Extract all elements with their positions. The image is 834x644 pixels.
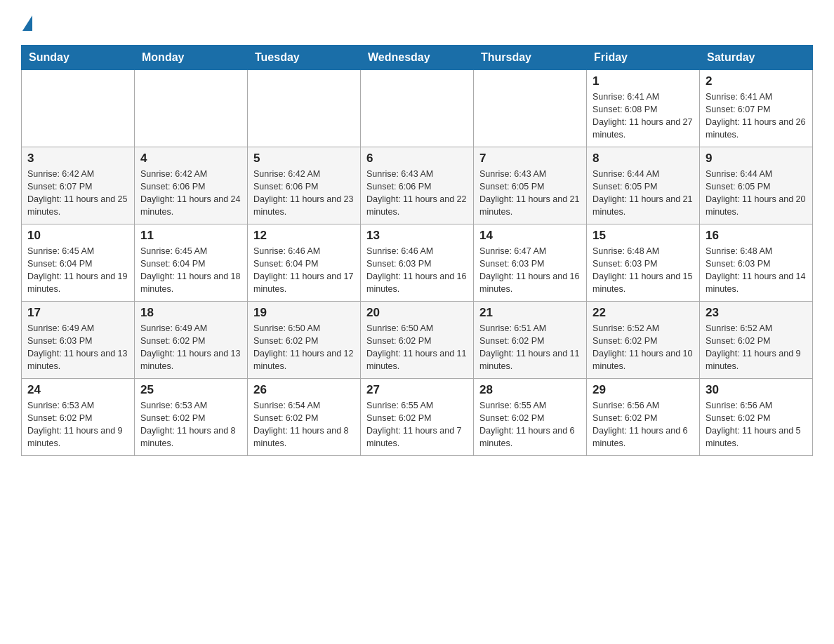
calendar-cell: 13Sunrise: 6:46 AM Sunset: 6:03 PM Dayli… xyxy=(361,224,474,302)
day-info: Sunrise: 6:52 AM Sunset: 6:02 PM Dayligh… xyxy=(706,322,807,373)
day-number: 11 xyxy=(140,229,241,243)
day-info: Sunrise: 6:46 AM Sunset: 6:04 PM Dayligh… xyxy=(253,245,355,296)
calendar-cell: 21Sunrise: 6:51 AM Sunset: 6:02 PM Dayli… xyxy=(474,302,587,379)
day-info: Sunrise: 6:53 AM Sunset: 6:02 PM Dayligh… xyxy=(27,399,128,450)
day-number: 30 xyxy=(706,383,807,397)
calendar-cell: 30Sunrise: 6:56 AM Sunset: 6:02 PM Dayli… xyxy=(700,379,813,456)
day-info: Sunrise: 6:49 AM Sunset: 6:02 PM Dayligh… xyxy=(140,322,241,373)
day-number: 10 xyxy=(27,229,128,243)
day-info: Sunrise: 6:48 AM Sunset: 6:03 PM Dayligh… xyxy=(706,245,807,296)
day-info: Sunrise: 6:56 AM Sunset: 6:02 PM Dayligh… xyxy=(593,399,694,450)
calendar-cell: 3Sunrise: 6:42 AM Sunset: 6:07 PM Daylig… xyxy=(22,147,135,224)
day-number: 14 xyxy=(479,229,581,243)
calendar-cell: 15Sunrise: 6:48 AM Sunset: 6:03 PM Dayli… xyxy=(587,224,700,302)
calendar-cell: 1Sunrise: 6:41 AM Sunset: 6:08 PM Daylig… xyxy=(587,70,700,147)
day-info: Sunrise: 6:52 AM Sunset: 6:02 PM Dayligh… xyxy=(593,322,694,373)
weekday-header-sunday: Sunday xyxy=(22,46,135,70)
day-info: Sunrise: 6:55 AM Sunset: 6:02 PM Dayligh… xyxy=(366,399,468,450)
calendar-cell: 7Sunrise: 6:43 AM Sunset: 6:05 PM Daylig… xyxy=(474,147,587,224)
calendar-table: SundayMondayTuesdayWednesdayThursdayFrid… xyxy=(21,45,813,456)
calendar-cell: 10Sunrise: 6:45 AM Sunset: 6:04 PM Dayli… xyxy=(22,224,135,302)
calendar-cell: 16Sunrise: 6:48 AM Sunset: 6:03 PM Dayli… xyxy=(700,224,813,302)
calendar-cell: 18Sunrise: 6:49 AM Sunset: 6:02 PM Dayli… xyxy=(135,302,248,379)
calendar-cell xyxy=(474,70,587,147)
day-number: 16 xyxy=(706,229,807,243)
day-info: Sunrise: 6:47 AM Sunset: 6:03 PM Dayligh… xyxy=(479,245,581,296)
day-number: 25 xyxy=(140,383,241,397)
day-info: Sunrise: 6:42 AM Sunset: 6:07 PM Dayligh… xyxy=(27,168,128,219)
day-info: Sunrise: 6:41 AM Sunset: 6:07 PM Dayligh… xyxy=(706,90,807,142)
calendar-cell xyxy=(22,70,135,147)
day-info: Sunrise: 6:46 AM Sunset: 6:03 PM Dayligh… xyxy=(366,245,468,296)
day-info: Sunrise: 6:50 AM Sunset: 6:02 PM Dayligh… xyxy=(253,322,355,373)
day-number: 27 xyxy=(366,383,468,397)
day-number: 5 xyxy=(253,152,355,166)
day-number: 29 xyxy=(593,383,694,397)
weekday-header-row: SundayMondayTuesdayWednesdayThursdayFrid… xyxy=(22,46,813,70)
day-number: 23 xyxy=(706,306,807,320)
day-number: 22 xyxy=(593,306,694,320)
calendar-week-row: 10Sunrise: 6:45 AM Sunset: 6:04 PM Dayli… xyxy=(22,224,813,302)
calendar-cell: 27Sunrise: 6:55 AM Sunset: 6:02 PM Dayli… xyxy=(361,379,474,456)
weekday-header-saturday: Saturday xyxy=(700,46,813,70)
day-info: Sunrise: 6:41 AM Sunset: 6:08 PM Dayligh… xyxy=(593,90,694,142)
calendar-cell: 19Sunrise: 6:50 AM Sunset: 6:02 PM Dayli… xyxy=(248,302,361,379)
calendar-cell xyxy=(248,70,361,147)
calendar-cell: 26Sunrise: 6:54 AM Sunset: 6:02 PM Dayli… xyxy=(248,379,361,456)
calendar-cell: 12Sunrise: 6:46 AM Sunset: 6:04 PM Dayli… xyxy=(248,224,361,302)
calendar-cell: 5Sunrise: 6:42 AM Sunset: 6:06 PM Daylig… xyxy=(248,147,361,224)
day-info: Sunrise: 6:56 AM Sunset: 6:02 PM Dayligh… xyxy=(706,399,807,450)
day-info: Sunrise: 6:45 AM Sunset: 6:04 PM Dayligh… xyxy=(140,245,241,296)
day-number: 2 xyxy=(706,74,807,88)
logo xyxy=(21,14,32,31)
day-info: Sunrise: 6:48 AM Sunset: 6:03 PM Dayligh… xyxy=(593,245,694,296)
day-number: 13 xyxy=(366,229,468,243)
day-info: Sunrise: 6:50 AM Sunset: 6:02 PM Dayligh… xyxy=(366,322,468,373)
day-info: Sunrise: 6:42 AM Sunset: 6:06 PM Dayligh… xyxy=(140,168,241,219)
day-info: Sunrise: 6:43 AM Sunset: 6:05 PM Dayligh… xyxy=(479,168,581,219)
day-number: 28 xyxy=(479,383,581,397)
calendar-cell: 25Sunrise: 6:53 AM Sunset: 6:02 PM Dayli… xyxy=(135,379,248,456)
day-info: Sunrise: 6:53 AM Sunset: 6:02 PM Dayligh… xyxy=(140,399,241,450)
day-number: 21 xyxy=(479,306,581,320)
day-number: 1 xyxy=(593,74,694,88)
calendar-cell: 17Sunrise: 6:49 AM Sunset: 6:03 PM Dayli… xyxy=(22,302,135,379)
day-number: 17 xyxy=(27,306,128,320)
day-number: 26 xyxy=(253,383,355,397)
weekday-header-thursday: Thursday xyxy=(474,46,587,70)
day-info: Sunrise: 6:54 AM Sunset: 6:02 PM Dayligh… xyxy=(253,399,355,450)
calendar-cell: 6Sunrise: 6:43 AM Sunset: 6:06 PM Daylig… xyxy=(361,147,474,224)
calendar-cell: 28Sunrise: 6:55 AM Sunset: 6:02 PM Dayli… xyxy=(474,379,587,456)
calendar-cell: 22Sunrise: 6:52 AM Sunset: 6:02 PM Dayli… xyxy=(587,302,700,379)
weekday-header-wednesday: Wednesday xyxy=(361,46,474,70)
calendar-cell: 11Sunrise: 6:45 AM Sunset: 6:04 PM Dayli… xyxy=(135,224,248,302)
calendar-cell: 23Sunrise: 6:52 AM Sunset: 6:02 PM Dayli… xyxy=(700,302,813,379)
day-number: 20 xyxy=(366,306,468,320)
day-info: Sunrise: 6:42 AM Sunset: 6:06 PM Dayligh… xyxy=(253,168,355,219)
day-info: Sunrise: 6:44 AM Sunset: 6:05 PM Dayligh… xyxy=(706,168,807,219)
day-number: 19 xyxy=(253,306,355,320)
calendar-cell xyxy=(135,70,248,147)
day-number: 8 xyxy=(593,152,694,166)
logo-triangle-icon xyxy=(22,15,32,31)
calendar-cell: 8Sunrise: 6:44 AM Sunset: 6:05 PM Daylig… xyxy=(587,147,700,224)
day-info: Sunrise: 6:55 AM Sunset: 6:02 PM Dayligh… xyxy=(479,399,581,450)
calendar-cell: 4Sunrise: 6:42 AM Sunset: 6:06 PM Daylig… xyxy=(135,147,248,224)
calendar-week-row: 1Sunrise: 6:41 AM Sunset: 6:08 PM Daylig… xyxy=(22,70,813,147)
calendar-cell: 2Sunrise: 6:41 AM Sunset: 6:07 PM Daylig… xyxy=(700,70,813,147)
day-info: Sunrise: 6:44 AM Sunset: 6:05 PM Dayligh… xyxy=(593,168,694,219)
day-number: 6 xyxy=(366,152,468,166)
calendar-cell: 29Sunrise: 6:56 AM Sunset: 6:02 PM Dayli… xyxy=(587,379,700,456)
calendar-week-row: 17Sunrise: 6:49 AM Sunset: 6:03 PM Dayli… xyxy=(22,302,813,379)
day-number: 7 xyxy=(479,152,581,166)
day-info: Sunrise: 6:43 AM Sunset: 6:06 PM Dayligh… xyxy=(366,168,468,219)
day-number: 15 xyxy=(593,229,694,243)
day-number: 4 xyxy=(140,152,241,166)
calendar-cell: 20Sunrise: 6:50 AM Sunset: 6:02 PM Dayli… xyxy=(361,302,474,379)
calendar-week-row: 24Sunrise: 6:53 AM Sunset: 6:02 PM Dayli… xyxy=(22,379,813,456)
day-number: 24 xyxy=(27,383,128,397)
day-number: 18 xyxy=(140,306,241,320)
calendar-week-row: 3Sunrise: 6:42 AM Sunset: 6:07 PM Daylig… xyxy=(22,147,813,224)
day-number: 12 xyxy=(253,229,355,243)
weekday-header-tuesday: Tuesday xyxy=(248,46,361,70)
